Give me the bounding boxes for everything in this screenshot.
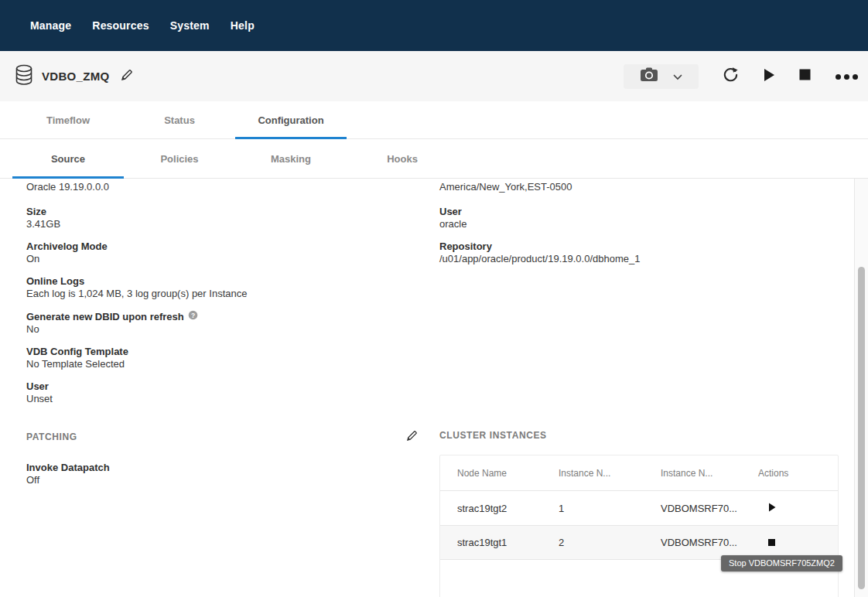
field-value: Off [26, 474, 418, 486]
column-header-instance-number: Instance N... [559, 468, 661, 479]
instance-start-button[interactable] [758, 503, 838, 514]
ellipsis-icon [835, 70, 859, 84]
field-online-logs: Online Logs Each log is 1,024 MB, 3 log … [26, 275, 425, 300]
field-value: No [26, 323, 425, 336]
stop-icon [799, 69, 811, 84]
field-value: oracle [439, 218, 839, 230]
cell-instance-name: VDBOMSRF70... [661, 503, 758, 514]
field-invoke-datapatch: Invoke Datapatch Off [26, 462, 418, 486]
field-vdb-config-template: VDB Config Template No Template Selected [26, 346, 425, 370]
cell-node-name: strac19tgt1 [457, 537, 559, 548]
cell-instance-number: 1 [559, 503, 661, 514]
instance-stop-button[interactable] [758, 537, 838, 548]
help-icon[interactable]: ? [188, 310, 198, 323]
field-value: 3.41GB [26, 218, 425, 230]
subtab-masking[interactable]: Masking [235, 139, 347, 178]
cell-node-name: strac19tgt2 [457, 503, 559, 514]
field-value: On [26, 253, 425, 265]
source-config-panel: Oracle 19.19.0.0.0 Size 3.41GB Archivelo… [0, 179, 868, 597]
main-tabs: Timeflow Status Configuration [0, 101, 868, 139]
field-label: Size [26, 206, 425, 218]
field-label: Repository [439, 241, 839, 253]
detail-column-left: Oracle 19.19.0.0.0 Size 3.41GB Archivelo… [26, 181, 425, 415]
chevron-down-icon[interactable] [673, 70, 682, 84]
nav-item-resources[interactable]: Resources [92, 19, 149, 32]
detail-columns: Oracle 19.19.0.0.0 Size 3.41GB Archivelo… [0, 179, 868, 415]
patching-section-title: PATCHING [26, 432, 77, 442]
cluster-instances-table: Node Name Instance N... Instance N... Ac… [439, 455, 839, 597]
field-repository: Repository /u01/app/oracle/product/19.19… [439, 241, 839, 265]
cell-instance-name: VDBOMSRF70... [661, 537, 758, 548]
field-user-right: User oracle [439, 206, 839, 230]
field-value: /u01/app/oracle/product/19.19.0.0/dbhome… [439, 253, 839, 265]
stop-instance-tooltip: Stop VDBOMSRF705ZMQ2 [721, 555, 842, 571]
refresh-icon [723, 67, 739, 86]
field-label: Online Logs [26, 275, 425, 288]
pencil-icon [406, 430, 418, 444]
svg-text:?: ? [191, 312, 195, 319]
subtab-policies[interactable]: Policies [124, 139, 235, 178]
subtab-hooks[interactable]: Hooks [347, 139, 458, 178]
field-value: No Template Selected [26, 358, 425, 370]
field-timezone: America/New_York,EST-0500 [439, 181, 839, 193]
field-label: User [26, 380, 425, 393]
vertical-scrollbar[interactable] [854, 179, 868, 597]
field-archivelog-mode: Archivelog Mode On [26, 241, 425, 265]
table-header-row: Node Name Instance N... Instance N... Ac… [440, 455, 838, 490]
field-value: America/New_York,EST-0500 [439, 181, 839, 193]
more-actions-button[interactable] [835, 70, 859, 84]
cluster-instances-section: CLUSTER INSTANCES Node Name Instance N..… [439, 430, 839, 597]
tab-configuration[interactable]: Configuration [235, 101, 347, 138]
entity-identity: VDBO_ZMQ [15, 64, 133, 89]
field-label: VDB Config Template [26, 346, 425, 358]
detail-column-right: America/New_York,EST-0500 User oracle Re… [439, 181, 839, 415]
rename-button[interactable] [121, 69, 133, 84]
patching-section: PATCHING Invoke Datapatch Off [26, 430, 418, 597]
field-label: Generate new DBID upon refresh [26, 311, 184, 323]
tab-timeflow[interactable]: Timeflow [12, 101, 124, 138]
column-header-instance-name: Instance N... [661, 468, 758, 479]
field-label: User [439, 206, 839, 218]
field-value: Oracle 19.19.0.0.0 [26, 181, 425, 193]
database-icon [15, 64, 33, 89]
field-version: Oracle 19.19.0.0.0 [26, 181, 425, 193]
column-header-node-name: Node Name [457, 468, 559, 479]
play-icon [768, 503, 776, 514]
page-header: VDBO_ZMQ [0, 51, 868, 101]
field-value: Unset [26, 393, 425, 405]
top-navbar: Manage Resources System Help [0, 0, 868, 51]
play-icon [763, 68, 775, 85]
header-toolbar [624, 64, 859, 89]
start-button[interactable] [763, 68, 775, 85]
field-label: Archivelog Mode [26, 241, 425, 253]
tab-status[interactable]: Status [124, 101, 235, 138]
stop-button[interactable] [799, 69, 811, 84]
scrollbar-thumb[interactable] [858, 267, 865, 589]
field-label: Invoke Datapatch [26, 462, 418, 474]
cluster-instances-title: CLUSTER INSTANCES [439, 430, 547, 441]
snapshot-button[interactable] [624, 64, 699, 89]
field-user-left: User Unset [26, 380, 425, 405]
field-size: Size 3.41GB [26, 206, 425, 230]
camera-icon [641, 67, 658, 85]
nav-item-help[interactable]: Help [231, 19, 255, 32]
column-header-actions: Actions [758, 468, 838, 479]
pencil-icon [121, 69, 133, 84]
cell-instance-number: 2 [559, 537, 661, 548]
table-row: strac19tgt2 1 VDBOMSRF70... [440, 490, 838, 525]
nav-item-system[interactable]: System [170, 19, 210, 32]
subtab-source[interactable]: Source [12, 139, 124, 178]
field-generate-dbid: Generate new DBID upon refresh ? No [26, 310, 425, 336]
stop-icon [768, 537, 775, 548]
nav-item-manage[interactable]: Manage [30, 19, 71, 32]
lower-sections: PATCHING Invoke Datapatch Off CLUSTE [0, 430, 868, 597]
patching-edit-button[interactable] [406, 430, 418, 444]
refresh-button[interactable] [723, 67, 739, 86]
field-value: Each log is 1,024 MB, 3 log group(s) per… [26, 288, 425, 300]
configuration-subtabs: Source Policies Masking Hooks [0, 139, 868, 179]
page-title: VDBO_ZMQ [42, 70, 109, 83]
